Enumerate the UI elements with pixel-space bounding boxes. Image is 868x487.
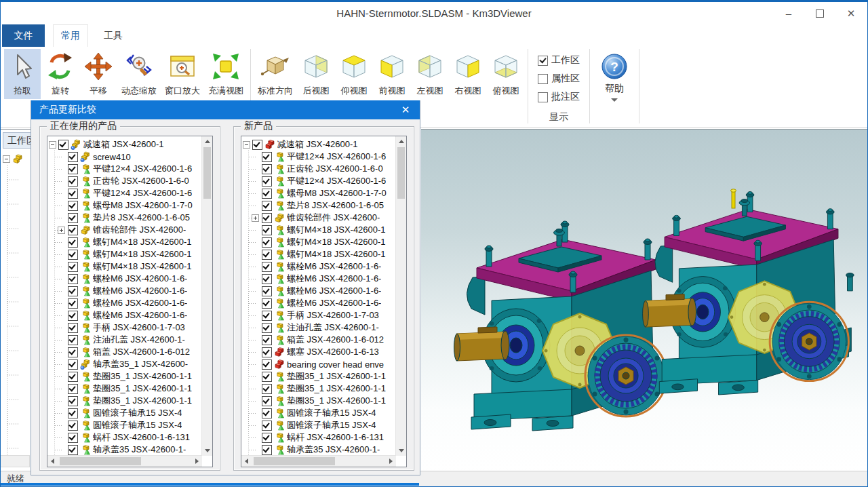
checkbox-icon[interactable] [538, 56, 548, 66]
scroll-up-arrow[interactable] [396, 136, 406, 147]
new-tree-item[interactable]: 轴承盖35 JSX-42600-1- [243, 444, 395, 455]
minimize-button[interactable]: – [773, 2, 804, 24]
expand-plus-icon[interactable] [252, 214, 259, 222]
tree-item-checkbox[interactable] [262, 347, 272, 357]
new-tree-item[interactable]: 螺钉M4×18 JSX-42600-1 [243, 248, 395, 260]
new-tree-item[interactable]: 螺栓M6 JSX-42600-1-6- [243, 297, 395, 309]
current-tree-item[interactable]: 平键12×4 JSX-42600-1-6 [49, 163, 201, 175]
current-tree-item[interactable]: 注油孔盖 JSX-42600-1- [49, 334, 201, 346]
tree-item-checkbox[interactable] [68, 433, 78, 443]
help-dropdown-arrow[interactable] [611, 98, 618, 102]
tree-item-checkbox[interactable] [262, 372, 272, 382]
tree-item-checkbox[interactable] [68, 311, 78, 321]
new-tree-hscrollbar[interactable] [241, 455, 396, 467]
tree-item-checkbox[interactable] [68, 372, 78, 382]
tree-item-checkbox[interactable] [68, 359, 78, 370]
vscroll-thumb[interactable] [203, 147, 211, 199]
tree-item-checkbox[interactable] [262, 323, 272, 333]
tree-item-checkbox[interactable] [262, 433, 272, 443]
tree-item-checkbox[interactable] [262, 274, 272, 284]
tree-item-checkbox[interactable] [262, 189, 272, 199]
help-button[interactable]: ?帮助 [593, 49, 636, 102]
tree-item-checkbox[interactable] [262, 408, 272, 418]
tree-item-checkbox[interactable] [68, 347, 78, 357]
new-tree-item[interactable]: 螺钉M4×18 JSX-42600-1 [243, 224, 395, 236]
workspace-panel-hscrollbar[interactable] [0, 455, 30, 467]
tree-item-checkbox[interactable] [68, 176, 78, 187]
ribbon-button-zoom-window[interactable]: 窗口放大 [161, 49, 203, 99]
vscroll-thumb[interactable] [397, 147, 405, 199]
tree-item-checkbox[interactable] [68, 274, 78, 284]
current-tree-item[interactable]: 锥齿轮部件 JSX-42600- [49, 224, 201, 236]
workspace-panel-tree[interactable] [3, 153, 25, 463]
ribbon-button-rotate[interactable]: 旋转 [42, 49, 79, 99]
new-tree-vscrollbar[interactable] [395, 136, 406, 456]
hscroll-thumb[interactable] [60, 457, 141, 465]
tab-tools[interactable]: 工具 [96, 24, 130, 47]
tree-item-checkbox[interactable] [262, 237, 272, 248]
tree-item-checkbox[interactable] [262, 164, 272, 174]
ribbon-button-cube-right[interactable]: 右视图 [450, 49, 486, 99]
current-tree-item[interactable]: 轴承盖35_1 JSX-42600- [49, 358, 201, 370]
checkbox-icon[interactable] [538, 74, 548, 84]
tab-common[interactable]: 常用 [53, 24, 88, 47]
tree-item-checkbox[interactable] [58, 140, 68, 150]
new-tree-item[interactable]: 螺塞 JSX-42600-1-6-13 [243, 346, 395, 358]
current-tree-item[interactable]: 垫圈35_1 JSX-42600-1-1 [49, 370, 201, 383]
scroll-up-arrow[interactable] [202, 136, 212, 147]
tree-item-checkbox[interactable] [262, 298, 272, 309]
tree-item-checkbox[interactable] [68, 250, 78, 260]
current-tree-item[interactable]: 箱盖 JSX-42600-1-6-012 [49, 346, 201, 358]
expand-minus-icon[interactable] [3, 155, 10, 163]
current-tree-item[interactable]: 螺母M8 JSX-42600-1-7-0 [49, 199, 201, 212]
new-products-tree[interactable]: 减速箱 JSX-42600-1平键12×4 JSX-42600-1-6正齿轮 J… [241, 136, 407, 467]
ribbon-button-zoom-dynamic[interactable]: 动态缩放 [118, 49, 160, 99]
new-tree-item[interactable]: 正齿轮 JSX-42600-1-6-0 [243, 163, 395, 175]
display-checkbox-属性区[interactable]: 属性区 [538, 73, 580, 85]
viewport-3d[interactable] [421, 129, 867, 473]
expand-plus-icon[interactable] [58, 227, 65, 234]
current-tree-item[interactable]: 圆锥滚子轴承15 JSX-4 [49, 407, 201, 419]
ribbon-button-pan[interactable]: 平移 [80, 49, 117, 99]
scroll-right-arrow[interactable] [386, 456, 396, 467]
scroll-left-arrow[interactable] [241, 456, 252, 467]
new-tree-item[interactable]: bearing cover head enve [243, 358, 395, 370]
ribbon-button-fit-view[interactable]: 充满视图 [205, 49, 247, 99]
new-tree-item[interactable]: 垫片8 JSX-42600-1-6-05 [243, 199, 395, 212]
current-tree-item[interactable]: 螺钉M4×18 JSX-42600-1 [49, 260, 201, 273]
tree-item-checkbox[interactable] [68, 237, 78, 248]
tab-file[interactable]: 文件 [2, 24, 45, 47]
dialog-title-bar[interactable]: 产品更新比较 ✕ [31, 100, 420, 119]
current-tree-item[interactable]: 螺栓M6 JSX-42600-1-6- [49, 273, 201, 285]
tree-item-checkbox[interactable] [68, 421, 78, 431]
tree-item-checkbox[interactable] [68, 225, 78, 235]
title-bar[interactable]: HAHN-Sternmotor.SLDASM - Km3DViewer – ✕ [0, 2, 868, 24]
current-tree-item[interactable]: 螺栓M6 JSX-42600-1-6- [49, 297, 201, 309]
tree-item-checkbox[interactable] [262, 176, 272, 187]
current-tree-vscrollbar[interactable] [201, 136, 212, 456]
ribbon-button-cube-bottom[interactable]: 仰视图 [336, 49, 372, 99]
tree-item-checkbox[interactable] [262, 201, 272, 211]
new-tree-item[interactable]: 垫圈35_1 JSX-42600-1-1 [243, 370, 395, 383]
maximize-button[interactable] [804, 2, 835, 24]
current-tree-hscrollbar[interactable] [47, 455, 202, 467]
ribbon-button-cube-back[interactable]: 后视图 [298, 49, 334, 99]
tree-item-checkbox[interactable] [68, 201, 78, 211]
checkbox-icon[interactable] [538, 92, 548, 102]
new-tree-item[interactable]: 蜗杆 JSX-42600-1-6-131 [243, 431, 395, 444]
tree-item-checkbox[interactable] [68, 213, 78, 223]
ribbon-button-cube-left[interactable]: 左视图 [412, 49, 448, 99]
dialog-close-button[interactable]: ✕ [391, 100, 420, 119]
display-checkbox-工作区[interactable]: 工作区 [538, 54, 580, 66]
current-tree-item[interactable]: 螺栓M6 JSX-42600-1-6- [49, 285, 201, 297]
tree-item-checkbox[interactable] [68, 445, 78, 455]
new-tree-item[interactable]: 平键12×4 JSX-42600-1-6 [243, 151, 395, 163]
tree-item-checkbox[interactable] [262, 445, 272, 455]
tree-item-checkbox[interactable] [68, 298, 78, 309]
new-tree-item[interactable]: 箱盖 JSX-42600-1-6-012 [243, 334, 395, 346]
tree-item-checkbox[interactable] [262, 286, 272, 296]
current-tree-item[interactable]: 垫片8 JSX-42600-1-6-05 [49, 212, 201, 224]
current-tree-item[interactable]: 蜗杆 JSX-42600-1-6-131 [49, 431, 201, 444]
current-tree-item[interactable]: 垫圈35_1 JSX-42600-1-1 [49, 395, 201, 407]
tree-item-checkbox[interactable] [262, 262, 272, 272]
